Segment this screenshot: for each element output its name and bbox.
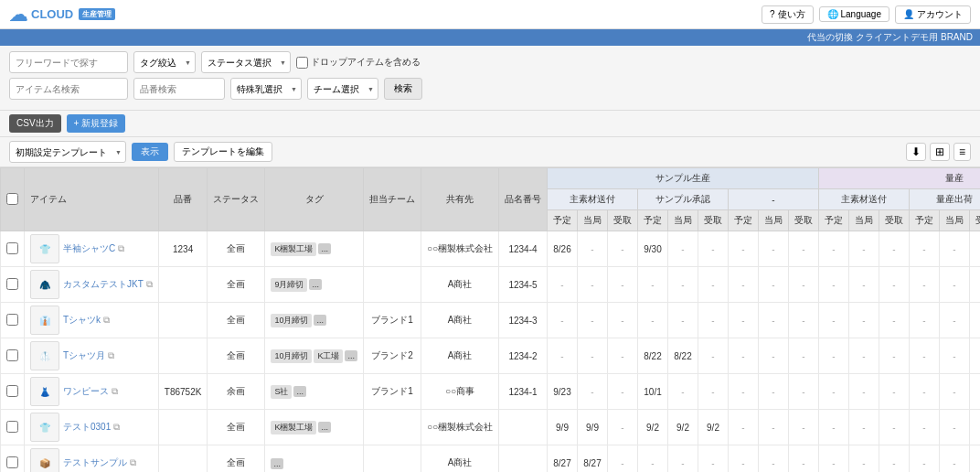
team-cell: [363, 445, 421, 473]
r-tou: -: [849, 410, 879, 445]
row-checkbox[interactable]: [6, 242, 18, 254]
h-r-tou: 当局: [849, 210, 879, 231]
copy-icon[interactable]: ⧉: [118, 243, 124, 254]
logo-badge: 生産管理: [79, 8, 115, 20]
display-button[interactable]: 表示: [132, 143, 168, 161]
copy-icon[interactable]: ⧉: [112, 386, 118, 397]
hinmei-cell: 1234-1: [499, 374, 548, 410]
tag-more[interactable]: ...: [271, 458, 283, 469]
hinmei-cell: [499, 445, 548, 473]
tag-more[interactable]: ...: [345, 350, 357, 361]
tag-cell: ...: [265, 445, 364, 473]
copy-icon[interactable]: ⧉: [103, 315, 110, 326]
team-select-wrap: チーム選択: [307, 78, 378, 100]
tag-select[interactable]: タグ絞込: [133, 51, 196, 73]
filter-row-2: 特殊乳選択 チーム選択 検索: [9, 78, 971, 100]
ra-tou: -: [940, 303, 970, 338]
grid-icon-button[interactable]: ⊞: [930, 143, 950, 161]
s-jushu: -: [608, 374, 638, 410]
r-tou: -: [849, 303, 879, 338]
row-checkbox[interactable]: [6, 456, 18, 468]
item-link[interactable]: カスタムテストJKT: [63, 278, 144, 291]
filter-area: タグ絞込 ステータス選択 ドロップアイテムを含める 特殊乳選択 チーム選択 検索: [0, 46, 980, 111]
item-link[interactable]: テストサンプル: [63, 456, 127, 469]
item-name-input[interactable]: [9, 78, 128, 100]
logo: ☁ CLOUD 生産管理: [9, 4, 115, 26]
tag-cell: 10月締切K工場...: [265, 338, 364, 374]
s3-jushu: -: [789, 338, 819, 374]
special-select[interactable]: 特殊乳選択: [230, 78, 302, 100]
table-row: 👔 Tシャツk ⧉ 全画 10月締切... ブランド1 A商社 1234-3 -…: [1, 303, 981, 338]
row-checkbox[interactable]: [6, 314, 18, 326]
row-checkbox[interactable]: [6, 278, 18, 290]
r-yotei: -: [819, 445, 849, 473]
h-s-tou: 当局: [578, 210, 608, 231]
tag-more[interactable]: ...: [309, 279, 322, 290]
h-s3-yotei: 予定: [729, 210, 759, 231]
s3-tou: -: [759, 374, 789, 410]
search-button[interactable]: 検索: [384, 78, 422, 100]
tag-cell: 10月締切...: [265, 303, 364, 338]
product-search-input[interactable]: [133, 78, 225, 100]
download-icon-button[interactable]: ⬇: [906, 143, 926, 161]
item-icon: 👗: [30, 377, 59, 406]
item-link[interactable]: Tシャツ月: [63, 349, 105, 362]
item-link[interactable]: テスト0301: [63, 421, 111, 434]
row-checkbox[interactable]: [6, 385, 18, 397]
tag-cell: K梱製工場...: [265, 410, 364, 445]
status-select[interactable]: ステータス選択: [201, 51, 291, 73]
tag-badge: S社: [271, 385, 292, 399]
tag-more[interactable]: ...: [293, 386, 306, 397]
ra-yotei: -: [910, 410, 940, 445]
copy-icon[interactable]: ⧉: [108, 350, 114, 361]
h-ra-yotei: 予定: [910, 210, 940, 231]
s-yotei: 8/27: [548, 445, 578, 473]
item-link[interactable]: ワンピース: [63, 385, 109, 398]
settings-icon-button[interactable]: ≡: [953, 143, 971, 161]
sa-yotei: -: [638, 267, 668, 303]
sa-jushu: -: [698, 267, 729, 303]
row-checkbox[interactable]: [6, 349, 18, 361]
r-tou: -: [849, 338, 879, 374]
s3-yotei: -: [729, 267, 759, 303]
drop-item-label[interactable]: ドロップアイテムを含める: [296, 56, 421, 69]
copy-icon[interactable]: ⧉: [130, 457, 136, 468]
csv-button[interactable]: CSV出力: [9, 114, 61, 133]
globe-icon: 🌐: [827, 9, 838, 19]
hinban-cell: [158, 410, 208, 445]
edit-template-button[interactable]: テンプレートを編集: [174, 142, 272, 162]
drop-item-checkbox[interactable]: [296, 57, 308, 69]
copy-icon[interactable]: ⧉: [146, 279, 153, 290]
tag-cell: K梱製工場...: [265, 231, 364, 267]
s-tou: 9/9: [578, 410, 608, 445]
keyword-input[interactable]: [9, 51, 128, 73]
header-ryodo-approval: 量産出荷: [910, 189, 980, 210]
ra-tou: -: [940, 338, 970, 374]
row-checkbox[interactable]: [6, 421, 18, 433]
sa-jushu: -: [698, 374, 729, 410]
s-yotei: -: [548, 267, 578, 303]
sa-jushu: -: [698, 231, 729, 267]
sa-tou: -: [668, 445, 698, 473]
header-item: アイテム: [25, 168, 159, 231]
item-link[interactable]: Tシャツk: [63, 314, 101, 327]
template-select[interactable]: 初期設定テンプレート: [9, 141, 126, 163]
tag-more[interactable]: ...: [318, 243, 331, 254]
s3-yotei: -: [729, 410, 759, 445]
header-hinmei: 品名番号: [499, 168, 548, 231]
sa-yotei: 9/2: [638, 410, 668, 445]
language-button[interactable]: 🌐 Language: [819, 6, 890, 22]
new-registration-button[interactable]: + 新規登録: [67, 114, 126, 133]
item-cell: 🥼 Tシャツ月 ⧉: [25, 338, 159, 374]
s-jushu: -: [608, 410, 638, 445]
team-select[interactable]: チーム選択: [307, 78, 378, 100]
select-all-checkbox[interactable]: [6, 193, 18, 205]
how-to-button[interactable]: ? 使い方: [762, 5, 814, 24]
tag-more[interactable]: ...: [314, 315, 326, 326]
account-button[interactable]: 👤 アカウント: [895, 5, 971, 24]
s3-tou: -: [759, 303, 789, 338]
copy-icon[interactable]: ⧉: [113, 422, 120, 433]
tag-more[interactable]: ...: [318, 422, 331, 433]
item-link[interactable]: 半袖シャツC: [63, 242, 115, 255]
status-cell: 全画: [208, 303, 265, 338]
